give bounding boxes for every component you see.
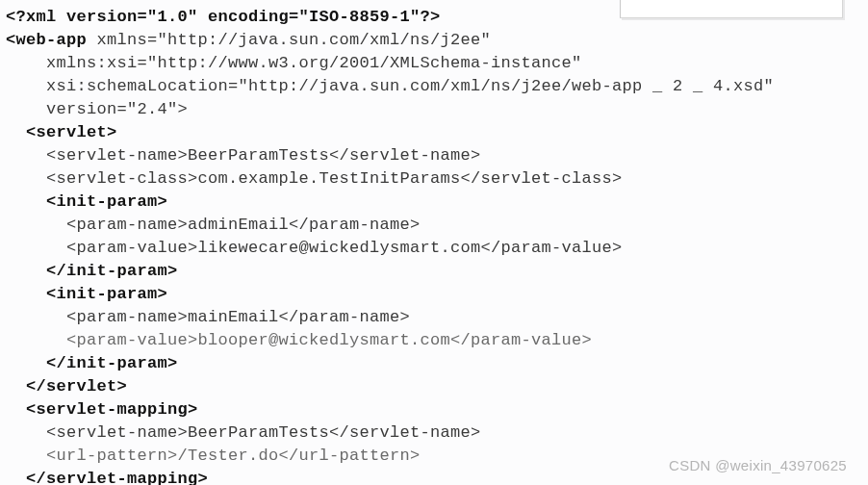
code-line: xsi:schemaLocation="http://java.sun.com/…: [6, 75, 868, 98]
code-text: <param-value>blooper@wickedlysmart.com</…: [6, 331, 592, 349]
code-text: <init-param>: [6, 285, 167, 303]
code-text: <param-name>mainEmail</param-name>: [6, 308, 410, 326]
code-line: <param-name>adminEmail</param-name>: [6, 214, 868, 237]
xml-code-block: <?xml version="1.0" encoding="ISO-8859-1…: [6, 6, 868, 485]
code-line: <servlet-name>BeerParamTests</servlet-na…: [6, 144, 868, 167]
code-text: </init-param>: [6, 354, 178, 372]
code-line: </init-param>: [6, 352, 868, 375]
code-line: <init-param>: [6, 283, 868, 306]
code-line: <servlet-mapping>: [6, 398, 868, 421]
code-text: <?xml version="1.0" encoding="ISO-8859-1…: [6, 8, 441, 26]
code-line: <servlet>: [6, 121, 868, 144]
code-line: <init-param>: [6, 191, 868, 214]
code-line: </servlet>: [6, 375, 868, 398]
code-line: version="2.4">: [6, 98, 868, 121]
code-text: <init-param>: [6, 192, 167, 211]
code-text: <url-pattern>/Tester.do</url-pattern>: [6, 447, 421, 465]
code-line: <servlet-name>BeerParamTests</servlet-na…: [6, 421, 868, 445]
code-text: <param-name>adminEmail</param-name>: [6, 216, 421, 234]
code-line: <web-app xmlns="http://java.sun.com/xml/…: [6, 29, 868, 52]
code-page: <?xml version="1.0" encoding="ISO-8859-1…: [0, 0, 868, 485]
code-line: xmlns:xsi="http://www.w3.org/2001/XMLSch…: [6, 52, 868, 75]
code-line: <servlet-class>com.example.TestInitParam…: [6, 167, 868, 191]
code-text: <servlet-class>com.example.TestInitParam…: [6, 169, 623, 188]
code-text: </servlet>: [6, 377, 127, 396]
code-text: <web-app: [6, 31, 97, 49]
code-text: version="2.4">: [6, 100, 188, 118]
code-text: <servlet-name>BeerParamTests</servlet-na…: [6, 423, 481, 442]
code-text: <param-value>likewecare@wickedlysmart.co…: [6, 239, 623, 257]
code-line: <param-value>blooper@wickedlysmart.com</…: [6, 329, 868, 352]
code-line: <param-name>mainEmail</param-name>: [6, 306, 868, 329]
corner-card-fragment: [620, 0, 843, 18]
code-text: xmlns:xsi="http://www.w3.org/2001/XMLSch…: [6, 54, 582, 72]
code-text: <servlet-name>BeerParamTests</servlet-na…: [6, 146, 481, 165]
code-text: <servlet-mapping>: [6, 400, 198, 419]
code-text: </servlet-mapping>: [6, 470, 208, 485]
code-text: xsi:schemaLocation="http://java.sun.com/…: [6, 77, 774, 95]
code-text: xmlns="http://java.sun.com/xml/ns/j2ee": [97, 31, 492, 49]
watermark-text: CSDN @weixin_43970625: [669, 454, 847, 477]
code-line: <param-value>likewecare@wickedlysmart.co…: [6, 237, 868, 260]
code-text: </init-param>: [6, 262, 178, 280]
code-line: </init-param>: [6, 260, 868, 283]
code-text: <servlet>: [6, 123, 117, 141]
